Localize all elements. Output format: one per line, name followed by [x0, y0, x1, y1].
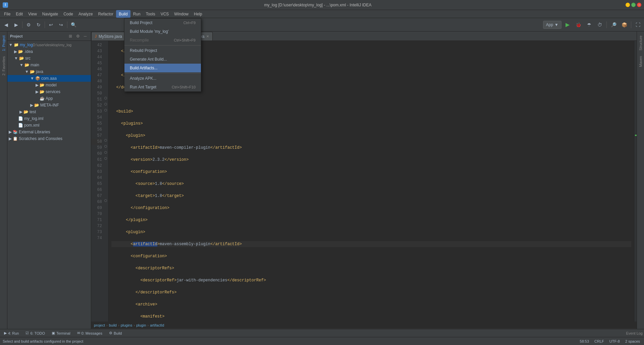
- bottom-tab-build[interactable]: ⚙ Build: [106, 330, 124, 336]
- tree-item-pomxml[interactable]: ▶ 📄 pom.xml: [7, 122, 91, 129]
- menu-edit[interactable]: Edit: [13, 10, 25, 18]
- tree-item-services[interactable]: ▶ 📂 services: [7, 88, 91, 95]
- breadcrumb-build[interactable]: build: [109, 323, 117, 327]
- scratches-folder-icon: 📋: [13, 136, 18, 141]
- bottom-tab-run[interactable]: ▶ 4: Run: [1, 330, 21, 336]
- settings-button[interactable]: ⚙: [24, 20, 33, 29]
- tree-item-extlibs[interactable]: ▶ 📚 External Libraries: [7, 129, 91, 135]
- run-config-selector[interactable]: App ▼: [543, 21, 561, 29]
- expand-button[interactable]: ⛶: [633, 20, 643, 29]
- menu-code[interactable]: Code: [61, 10, 76, 18]
- sync-button[interactable]: ↻: [34, 20, 43, 29]
- menu-generate-ant[interactable]: Generate Ant Build...: [124, 55, 201, 64]
- project-tree: ▼ 📁 my_log D:\user\desktop\my_log ▶ 📂 .i…: [7, 41, 91, 329]
- menu-window[interactable]: Window: [171, 10, 191, 18]
- java-expand-icon: ▼: [25, 69, 29, 74]
- toolbar: ◀ ▶ ⚙ ↻ ↩ ↪ 🔍 App ▼ ▶ 🐞 ☂ ⏱ 🔎 📦 ⛶: [0, 18, 644, 31]
- sidebar-tab-structure[interactable]: Structure: [638, 33, 644, 53]
- src-label: src: [25, 56, 31, 61]
- menu-analyze-apk[interactable]: Analyze APK...: [124, 74, 201, 83]
- sidebar-collapse-icon[interactable]: ─: [82, 33, 88, 39]
- redo-button[interactable]: ↪: [56, 20, 66, 29]
- menu-vcs[interactable]: VCS: [158, 10, 172, 18]
- menu-build[interactable]: Build: [116, 10, 130, 18]
- profile-button[interactable]: ⏱: [595, 20, 604, 29]
- idea-folder-icon: 📂: [18, 49, 23, 54]
- services-label: services: [46, 89, 60, 94]
- menu-run-ant-target[interactable]: Run Ant Target Ctrl+Shift+F10: [124, 83, 201, 91]
- coverage-button[interactable]: ☂: [584, 20, 594, 29]
- bottom-tab-messages[interactable]: ✉ 0: Messages: [74, 330, 105, 336]
- menu-recompile[interactable]: Recompile Ctrl+Shift+F9: [124, 36, 201, 45]
- status-right: 58:53 CRLF UTF-8 2 spaces: [579, 339, 641, 343]
- undo-button[interactable]: ↩: [46, 20, 56, 29]
- sidebar-tab-maven[interactable]: Maven: [638, 53, 644, 70]
- back-button[interactable]: ◀: [1, 20, 11, 29]
- sidebar-tab-project[interactable]: 1: Project: [1, 33, 7, 54]
- status-position[interactable]: 58:53: [579, 339, 591, 343]
- tree-item-main[interactable]: ▼ 📂 main: [7, 62, 91, 68]
- extlibs-label: External Libraries: [19, 130, 50, 134]
- sdk-button[interactable]: 📦: [620, 20, 629, 29]
- menu-help[interactable]: Help: [191, 10, 205, 18]
- tab-browseinfo-close[interactable]: ✕: [206, 34, 209, 38]
- run-tab-icon: ▶: [4, 331, 7, 335]
- maximize-button[interactable]: □: [631, 3, 636, 7]
- tree-item-metainf[interactable]: ▶ 📂 META-INF: [7, 102, 91, 109]
- search-everywhere-button[interactable]: 🔍: [69, 20, 78, 29]
- breadcrumb-sep-1: ›: [106, 323, 108, 327]
- app-file-icon: ☕: [40, 96, 45, 101]
- tab-mystore-label: MyStore.java: [99, 34, 122, 39]
- menu-build-artifacts[interactable]: Build Artifacts...: [124, 64, 201, 72]
- tree-item-src[interactable]: ▼ 📂 src: [7, 55, 91, 62]
- menu-view[interactable]: View: [25, 10, 40, 18]
- tree-item-test[interactable]: ▶ 📂 test: [7, 109, 91, 115]
- breadcrumb-plugins[interactable]: plugins: [121, 323, 132, 327]
- bottom-tab-todo[interactable]: ☑ 6: TODO: [23, 330, 48, 336]
- tree-item-mylogiml[interactable]: ▶ 📄 my_log.iml: [7, 115, 91, 122]
- menu-rebuild-project[interactable]: Rebuild Project: [124, 46, 201, 55]
- forward-button[interactable]: ▶: [11, 20, 21, 29]
- tree-item-root[interactable]: ▼ 📁 my_log D:\user\desktop\my_log: [7, 42, 91, 48]
- status-line-ending[interactable]: CRLF: [593, 339, 605, 343]
- breadcrumb-artifactid[interactable]: artifactId: [150, 323, 164, 327]
- tree-item-scratches[interactable]: ▶ 📋 Scratches and Consoles: [7, 135, 91, 142]
- menu-analyze[interactable]: Analyze: [76, 10, 96, 18]
- sidebar-settings-icon[interactable]: ⚙: [75, 33, 81, 39]
- breadcrumb-plugin[interactable]: plugin: [136, 323, 146, 327]
- bottom-tab-terminal[interactable]: ▣ Terminal: [49, 330, 73, 336]
- status-indent[interactable]: 2 spaces: [624, 339, 641, 343]
- main-expand-icon: ▼: [19, 63, 23, 67]
- sidebar-tab-favorites[interactable]: 2: Favorites: [1, 54, 7, 78]
- rebuild-project-label: Rebuild Project: [130, 48, 157, 53]
- tree-item-java[interactable]: ▼ 📂 java: [7, 68, 91, 75]
- run-button[interactable]: ▶: [563, 20, 572, 29]
- status-encoding[interactable]: UTF-8: [608, 339, 621, 343]
- menu-navigate[interactable]: Navigate: [40, 10, 61, 18]
- services-expand-icon: ▶: [36, 89, 39, 94]
- terminal-tab-label: Terminal: [56, 331, 70, 335]
- build-module-label: Build Module 'my_log': [130, 29, 169, 34]
- sidebar-layout-icon[interactable]: ⊞: [67, 33, 73, 39]
- menu-run[interactable]: Run: [130, 10, 143, 18]
- close-button[interactable]: ✕: [637, 3, 641, 7]
- event-log-label[interactable]: Event Log: [626, 331, 643, 335]
- idea-expand-icon: ▶: [14, 49, 17, 54]
- menu-separator-2: [124, 73, 201, 73]
- mylogiml-expand-icon: ▶: [14, 116, 17, 121]
- menu-file[interactable]: File: [1, 10, 13, 18]
- tree-item-idea[interactable]: ▶ 📂 .idea: [7, 48, 91, 55]
- menu-build-module[interactable]: Build Module 'my_log': [124, 27, 201, 36]
- debug-button[interactable]: 🐞: [574, 20, 583, 29]
- menu-tools[interactable]: Tools: [143, 10, 158, 18]
- menu-build-project[interactable]: Build Project Ctrl+F9: [124, 18, 201, 27]
- menu-refactor[interactable]: Refactor: [96, 10, 116, 18]
- minimize-button[interactable]: ─: [626, 3, 630, 7]
- find-button[interactable]: 🔎: [609, 20, 618, 29]
- tree-item-comaaa[interactable]: ▼ 📦 com.aaa: [7, 75, 91, 82]
- tree-item-model[interactable]: ▶ 📂 model: [7, 82, 91, 88]
- build-dropdown-menu: Build Project Ctrl+F9 Build Module 'my_l…: [124, 18, 201, 92]
- tree-item-app[interactable]: ▶ ☕ App: [7, 95, 91, 102]
- breadcrumb-project[interactable]: project: [94, 323, 105, 327]
- build-tab-label: Build: [114, 331, 122, 335]
